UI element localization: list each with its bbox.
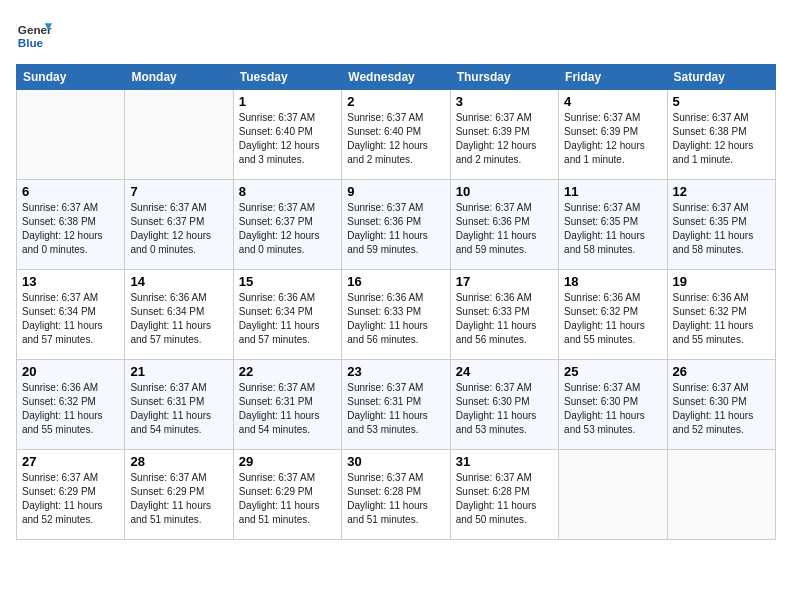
- calendar-cell: 16 Sunrise: 6:36 AMSunset: 6:33 PMDaylig…: [342, 270, 450, 360]
- day-number: 13: [22, 274, 119, 289]
- calendar-cell: 22 Sunrise: 6:37 AMSunset: 6:31 PMDaylig…: [233, 360, 341, 450]
- calendar-cell: 4 Sunrise: 6:37 AMSunset: 6:39 PMDayligh…: [559, 90, 667, 180]
- calendar-cell: 7 Sunrise: 6:37 AMSunset: 6:37 PMDayligh…: [125, 180, 233, 270]
- cell-info: Sunrise: 6:37 AMSunset: 6:38 PMDaylight:…: [673, 112, 754, 165]
- calendar-cell: 12 Sunrise: 6:37 AMSunset: 6:35 PMDaylig…: [667, 180, 775, 270]
- day-number: 25: [564, 364, 661, 379]
- day-number: 17: [456, 274, 553, 289]
- cell-info: Sunrise: 6:37 AMSunset: 6:28 PMDaylight:…: [456, 472, 537, 525]
- day-number: 31: [456, 454, 553, 469]
- calendar-cell: 27 Sunrise: 6:37 AMSunset: 6:29 PMDaylig…: [17, 450, 125, 540]
- day-number: 2: [347, 94, 444, 109]
- cell-info: Sunrise: 6:37 AMSunset: 6:31 PMDaylight:…: [347, 382, 428, 435]
- cell-info: Sunrise: 6:37 AMSunset: 6:37 PMDaylight:…: [239, 202, 320, 255]
- cell-info: Sunrise: 6:37 AMSunset: 6:40 PMDaylight:…: [347, 112, 428, 165]
- cell-info: Sunrise: 6:37 AMSunset: 6:37 PMDaylight:…: [130, 202, 211, 255]
- calendar-cell: 1 Sunrise: 6:37 AMSunset: 6:40 PMDayligh…: [233, 90, 341, 180]
- day-number: 10: [456, 184, 553, 199]
- calendar-cell: 30 Sunrise: 6:37 AMSunset: 6:28 PMDaylig…: [342, 450, 450, 540]
- day-number: 20: [22, 364, 119, 379]
- day-number: 26: [673, 364, 770, 379]
- cell-info: Sunrise: 6:37 AMSunset: 6:29 PMDaylight:…: [239, 472, 320, 525]
- calendar-cell: 8 Sunrise: 6:37 AMSunset: 6:37 PMDayligh…: [233, 180, 341, 270]
- svg-text:Blue: Blue: [18, 36, 44, 49]
- day-number: 3: [456, 94, 553, 109]
- cell-info: Sunrise: 6:37 AMSunset: 6:36 PMDaylight:…: [456, 202, 537, 255]
- cell-info: Sunrise: 6:37 AMSunset: 6:30 PMDaylight:…: [564, 382, 645, 435]
- col-header-tuesday: Tuesday: [233, 65, 341, 90]
- cell-info: Sunrise: 6:36 AMSunset: 6:32 PMDaylight:…: [673, 292, 754, 345]
- calendar-cell: 17 Sunrise: 6:36 AMSunset: 6:33 PMDaylig…: [450, 270, 558, 360]
- calendar-cell: 14 Sunrise: 6:36 AMSunset: 6:34 PMDaylig…: [125, 270, 233, 360]
- day-number: 29: [239, 454, 336, 469]
- logo: General Blue: [16, 16, 52, 52]
- day-number: 27: [22, 454, 119, 469]
- calendar-cell: 28 Sunrise: 6:37 AMSunset: 6:29 PMDaylig…: [125, 450, 233, 540]
- cell-info: Sunrise: 6:37 AMSunset: 6:29 PMDaylight:…: [22, 472, 103, 525]
- calendar-table: SundayMondayTuesdayWednesdayThursdayFrid…: [16, 64, 776, 540]
- cell-info: Sunrise: 6:36 AMSunset: 6:33 PMDaylight:…: [347, 292, 428, 345]
- day-number: 1: [239, 94, 336, 109]
- calendar-cell: 3 Sunrise: 6:37 AMSunset: 6:39 PMDayligh…: [450, 90, 558, 180]
- calendar-cell: [125, 90, 233, 180]
- calendar-cell: 25 Sunrise: 6:37 AMSunset: 6:30 PMDaylig…: [559, 360, 667, 450]
- day-number: 16: [347, 274, 444, 289]
- calendar-cell: 9 Sunrise: 6:37 AMSunset: 6:36 PMDayligh…: [342, 180, 450, 270]
- col-header-friday: Friday: [559, 65, 667, 90]
- cell-info: Sunrise: 6:37 AMSunset: 6:38 PMDaylight:…: [22, 202, 103, 255]
- cell-info: Sunrise: 6:37 AMSunset: 6:34 PMDaylight:…: [22, 292, 103, 345]
- calendar-cell: 5 Sunrise: 6:37 AMSunset: 6:38 PMDayligh…: [667, 90, 775, 180]
- cell-info: Sunrise: 6:36 AMSunset: 6:34 PMDaylight:…: [239, 292, 320, 345]
- cell-info: Sunrise: 6:37 AMSunset: 6:35 PMDaylight:…: [673, 202, 754, 255]
- cell-info: Sunrise: 6:36 AMSunset: 6:34 PMDaylight:…: [130, 292, 211, 345]
- day-number: 23: [347, 364, 444, 379]
- calendar-cell: [667, 450, 775, 540]
- col-header-wednesday: Wednesday: [342, 65, 450, 90]
- cell-info: Sunrise: 6:37 AMSunset: 6:31 PMDaylight:…: [239, 382, 320, 435]
- day-number: 22: [239, 364, 336, 379]
- day-number: 5: [673, 94, 770, 109]
- cell-info: Sunrise: 6:37 AMSunset: 6:28 PMDaylight:…: [347, 472, 428, 525]
- page-header: General Blue: [16, 16, 776, 52]
- calendar-cell: 13 Sunrise: 6:37 AMSunset: 6:34 PMDaylig…: [17, 270, 125, 360]
- calendar-cell: [17, 90, 125, 180]
- cell-info: Sunrise: 6:37 AMSunset: 6:39 PMDaylight:…: [564, 112, 645, 165]
- col-header-thursday: Thursday: [450, 65, 558, 90]
- calendar-cell: 18 Sunrise: 6:36 AMSunset: 6:32 PMDaylig…: [559, 270, 667, 360]
- day-number: 24: [456, 364, 553, 379]
- col-header-sunday: Sunday: [17, 65, 125, 90]
- cell-info: Sunrise: 6:36 AMSunset: 6:32 PMDaylight:…: [22, 382, 103, 435]
- day-number: 12: [673, 184, 770, 199]
- cell-info: Sunrise: 6:37 AMSunset: 6:29 PMDaylight:…: [130, 472, 211, 525]
- cell-info: Sunrise: 6:36 AMSunset: 6:33 PMDaylight:…: [456, 292, 537, 345]
- col-header-saturday: Saturday: [667, 65, 775, 90]
- day-number: 28: [130, 454, 227, 469]
- cell-info: Sunrise: 6:37 AMSunset: 6:30 PMDaylight:…: [673, 382, 754, 435]
- day-number: 14: [130, 274, 227, 289]
- day-number: 11: [564, 184, 661, 199]
- day-number: 18: [564, 274, 661, 289]
- day-number: 30: [347, 454, 444, 469]
- day-number: 19: [673, 274, 770, 289]
- col-header-monday: Monday: [125, 65, 233, 90]
- calendar-cell: 23 Sunrise: 6:37 AMSunset: 6:31 PMDaylig…: [342, 360, 450, 450]
- calendar-cell: 11 Sunrise: 6:37 AMSunset: 6:35 PMDaylig…: [559, 180, 667, 270]
- calendar-cell: 29 Sunrise: 6:37 AMSunset: 6:29 PMDaylig…: [233, 450, 341, 540]
- day-number: 7: [130, 184, 227, 199]
- cell-info: Sunrise: 6:37 AMSunset: 6:40 PMDaylight:…: [239, 112, 320, 165]
- cell-info: Sunrise: 6:37 AMSunset: 6:36 PMDaylight:…: [347, 202, 428, 255]
- calendar-cell: 26 Sunrise: 6:37 AMSunset: 6:30 PMDaylig…: [667, 360, 775, 450]
- day-number: 8: [239, 184, 336, 199]
- logo-icon: General Blue: [16, 16, 52, 52]
- day-number: 4: [564, 94, 661, 109]
- calendar-cell: 19 Sunrise: 6:36 AMSunset: 6:32 PMDaylig…: [667, 270, 775, 360]
- day-number: 21: [130, 364, 227, 379]
- day-number: 6: [22, 184, 119, 199]
- calendar-cell: 21 Sunrise: 6:37 AMSunset: 6:31 PMDaylig…: [125, 360, 233, 450]
- calendar-cell: 20 Sunrise: 6:36 AMSunset: 6:32 PMDaylig…: [17, 360, 125, 450]
- cell-info: Sunrise: 6:37 AMSunset: 6:39 PMDaylight:…: [456, 112, 537, 165]
- cell-info: Sunrise: 6:36 AMSunset: 6:32 PMDaylight:…: [564, 292, 645, 345]
- calendar-cell: 6 Sunrise: 6:37 AMSunset: 6:38 PMDayligh…: [17, 180, 125, 270]
- cell-info: Sunrise: 6:37 AMSunset: 6:35 PMDaylight:…: [564, 202, 645, 255]
- cell-info: Sunrise: 6:37 AMSunset: 6:30 PMDaylight:…: [456, 382, 537, 435]
